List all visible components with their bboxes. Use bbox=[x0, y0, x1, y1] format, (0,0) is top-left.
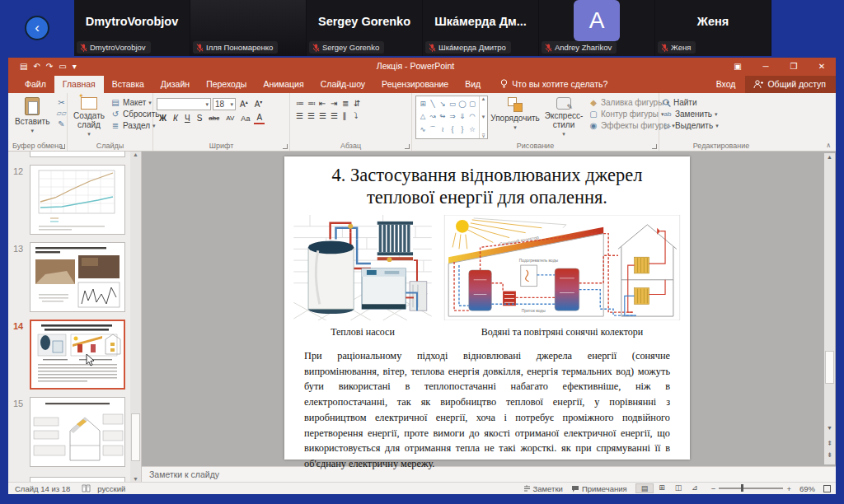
slide-body-text[interactable]: При раціональному підході відновлювані д… bbox=[304, 348, 670, 472]
sign-in-button[interactable]: Вход bbox=[716, 79, 746, 93]
participant-tile[interactable]: Ілля Пономаренко bbox=[190, 0, 307, 56]
zoom-out-button[interactable]: − bbox=[711, 484, 716, 493]
tab-insert[interactable]: Вставка bbox=[104, 76, 152, 93]
next-slide-icon[interactable]: ⇟ bbox=[824, 451, 835, 459]
save-icon[interactable]: ▤ bbox=[20, 62, 27, 71]
text-shadow-button[interactable]: S bbox=[195, 113, 205, 124]
decrease-indent-icon[interactable]: ⇤ bbox=[316, 98, 326, 109]
change-case-button[interactable]: Аа bbox=[238, 114, 252, 124]
font-name-combobox[interactable]: ▾ bbox=[157, 98, 211, 110]
quick-styles-button[interactable]: Экспресс-стили ▾ bbox=[542, 96, 585, 139]
thumbnail-partial[interactable] bbox=[30, 152, 125, 157]
zoom-slider[interactable] bbox=[719, 488, 783, 489]
grow-font-button[interactable]: А▴ bbox=[237, 98, 251, 110]
thumbnail-slide-14-selected[interactable] bbox=[30, 320, 125, 390]
shape-icon[interactable]: ↘ bbox=[438, 100, 448, 108]
previous-slide-icon[interactable]: ⇞ bbox=[824, 440, 835, 447]
format-painter-icon[interactable]: ✎ bbox=[56, 119, 66, 128]
shape-icon[interactable]: ⇓ bbox=[457, 112, 467, 120]
increase-indent-icon[interactable]: ⇥ bbox=[328, 98, 338, 109]
tab-design[interactable]: Дизайн bbox=[152, 76, 198, 93]
language-indicator[interactable]: русский bbox=[97, 484, 125, 493]
shrink-font-button[interactable]: А▾ bbox=[252, 98, 265, 110]
font-dialog-launcher[interactable] bbox=[283, 144, 288, 149]
text-direction-icon[interactable]: ⇵ bbox=[351, 98, 361, 109]
smartart-convert-icon[interactable]: ⤵ bbox=[351, 110, 361, 121]
shapes-gallery[interactable]: ⊞╲↘▭◯▢ △↝↬⇒⇓◠ ∿⌒≀{}☆ ▲▼⊽ bbox=[415, 96, 488, 139]
paragraph-dialog-launcher[interactable] bbox=[405, 144, 410, 149]
shape-icon[interactable]: ▭ bbox=[448, 100, 457, 108]
tell-me-search[interactable]: Что вы хотите сделать? bbox=[489, 79, 616, 93]
scroll-down-icon[interactable]: ▼ bbox=[824, 425, 835, 431]
minimize-icon[interactable]: ─ bbox=[752, 62, 780, 71]
participant-tile[interactable]: DmytroVorobjov DmytroVorobjov bbox=[74, 0, 190, 56]
undo-icon[interactable]: ↶ bbox=[33, 62, 40, 71]
participant-tile[interactable]: A Andrey Zharikov bbox=[539, 0, 655, 56]
numbering-icon[interactable]: ≕ bbox=[305, 98, 315, 109]
shape-icon[interactable]: ⇒ bbox=[448, 112, 457, 120]
reading-view-button[interactable]: ◫ bbox=[670, 483, 687, 493]
zoom-in-button[interactable]: + bbox=[786, 484, 791, 493]
comments-toggle[interactable]: Примечания bbox=[571, 484, 627, 493]
shape-icon[interactable]: ⌒ bbox=[428, 125, 438, 135]
zoom-slider-thumb[interactable] bbox=[741, 484, 743, 492]
scroll-up-icon[interactable]: ▲ bbox=[824, 154, 835, 160]
layout-button[interactable]: ▤Макет▾ bbox=[110, 98, 159, 107]
clipboard-dialog-launcher[interactable] bbox=[60, 144, 65, 149]
notes-toggle[interactable]: Заметки bbox=[523, 484, 563, 493]
tab-view[interactable]: Вид bbox=[457, 76, 489, 93]
underline-button[interactable]: Ч bbox=[182, 113, 193, 124]
back-button[interactable]: ‹ bbox=[25, 16, 49, 40]
participant-tile[interactable]: Шка́мерда Дм... Шка́мерда Дмитро bbox=[423, 0, 539, 56]
tab-home[interactable]: Главная bbox=[54, 76, 104, 93]
columns-icon[interactable]: ∥ bbox=[340, 110, 349, 121]
thumbnail-slide-13[interactable] bbox=[30, 242, 125, 312]
shape-icon[interactable]: ◯ bbox=[457, 100, 467, 108]
font-color-button[interactable]: А bbox=[254, 112, 265, 124]
slideshow-view-button[interactable]: ⊿ bbox=[687, 483, 703, 493]
close-icon[interactable]: ✕ bbox=[808, 62, 836, 71]
qat-customize-icon[interactable]: ▾ bbox=[73, 62, 77, 71]
slide-scrollbar[interactable]: ▲ ▼ ⇞ ⇟ bbox=[824, 153, 835, 464]
shape-icon[interactable]: ↬ bbox=[438, 112, 448, 120]
thumbnail-slide-15[interactable] bbox=[30, 397, 125, 467]
drawing-dialog-launcher[interactable] bbox=[652, 144, 657, 149]
cut-icon[interactable]: ✂ bbox=[56, 98, 66, 107]
shape-icon[interactable]: } bbox=[457, 125, 467, 135]
shape-icon[interactable]: ☆ bbox=[467, 125, 477, 135]
italic-button[interactable]: К bbox=[171, 113, 181, 124]
select-button[interactable]: ▷Выделить▾ bbox=[663, 121, 719, 130]
slide-title[interactable]: 4. Застосування відновлюваних джерел теп… bbox=[284, 165, 690, 208]
find-button[interactable]: Найти bbox=[663, 98, 719, 107]
justify-icon[interactable]: ☰ bbox=[328, 110, 338, 121]
copy-icon[interactable]: ▱▱ bbox=[56, 110, 66, 117]
bold-button[interactable]: Ж bbox=[157, 113, 169, 124]
shape-icon[interactable]: ⊞ bbox=[418, 100, 428, 108]
tab-file[interactable]: Файл bbox=[16, 76, 54, 93]
shape-icon[interactable]: ▢ bbox=[467, 100, 477, 108]
shape-icon[interactable]: △ bbox=[418, 112, 428, 120]
tab-animations[interactable]: Анимация bbox=[255, 76, 312, 93]
section-button[interactable]: ≣Раздел▾ bbox=[110, 121, 159, 130]
shape-icon[interactable]: { bbox=[448, 125, 457, 135]
tab-transitions[interactable]: Переходы bbox=[198, 76, 255, 93]
spellcheck-icon[interactable] bbox=[82, 484, 91, 492]
share-button[interactable]: Общий доступ bbox=[745, 76, 836, 93]
fit-to-window-icon[interactable] bbox=[823, 485, 831, 492]
scroll-up-icon[interactable]: ▲ bbox=[133, 152, 138, 157]
line-spacing-icon[interactable]: ≣ bbox=[340, 98, 349, 109]
zoom-level[interactable]: 69% bbox=[799, 484, 815, 493]
new-slide-button[interactable]: Создать слайд ▾ bbox=[71, 96, 107, 139]
scrollbar-thumb[interactable] bbox=[825, 351, 834, 384]
slide-sorter-view-button[interactable]: ⊞ bbox=[654, 483, 670, 493]
shape-icon[interactable]: ╲ bbox=[428, 100, 438, 108]
ribbon-display-options-icon[interactable]: ▣ bbox=[724, 62, 752, 71]
heat-pump-figure[interactable]: Теплові насоси bbox=[293, 215, 432, 338]
bullets-icon[interactable]: ≔ bbox=[293, 98, 303, 109]
strikethrough-button[interactable]: abc bbox=[206, 114, 222, 123]
normal-view-button[interactable]: ▤ bbox=[635, 483, 654, 493]
participant-tile[interactable]: Sergey Gorenko Sergey Gorenko bbox=[307, 0, 423, 56]
replace-button[interactable]: abЗаменить▾ bbox=[663, 110, 719, 119]
thumbnail-slide-12[interactable] bbox=[30, 165, 125, 235]
shape-icon[interactable]: ◠ bbox=[467, 112, 477, 120]
